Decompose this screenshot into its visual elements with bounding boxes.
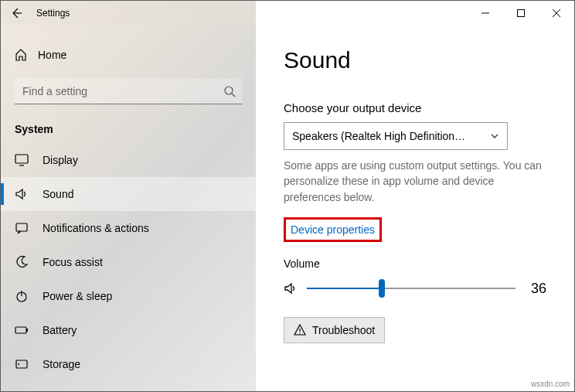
- svg-point-1: [225, 87, 233, 94]
- home-icon: [15, 49, 27, 61]
- sidebar-item-label: Notifications & actions: [43, 222, 149, 234]
- focus-assist-icon: [15, 255, 29, 269]
- close-icon: [553, 9, 560, 17]
- titlebar-left: Settings: [1, 1, 256, 26]
- search-icon: [223, 85, 236, 97]
- svg-rect-2: [15, 155, 28, 163]
- sidebar-item-label: Power & sleep: [43, 290, 112, 302]
- svg-point-8: [18, 363, 19, 365]
- volume-label: Volume: [284, 257, 546, 270]
- troubleshoot-button[interactable]: Troubleshoot: [284, 317, 385, 343]
- app-title: Settings: [36, 8, 70, 19]
- battery-icon: [15, 323, 29, 337]
- page-title: Sound: [284, 47, 546, 73]
- sidebar-item-sound[interactable]: Sound: [1, 177, 256, 211]
- sidebar-item-storage[interactable]: Storage: [1, 347, 256, 381]
- sidebar-item-power-sleep[interactable]: Power & sleep: [1, 279, 256, 313]
- volume-value: 36: [523, 281, 546, 297]
- maximize-button[interactable]: [503, 1, 539, 26]
- sidebar: Home System Display Sound Notifications: [1, 26, 256, 391]
- minimize-icon: [481, 9, 489, 17]
- search-input[interactable]: [15, 78, 242, 104]
- settings-window: Settings Home System Display: [0, 0, 575, 392]
- titlebar: Settings: [1, 1, 574, 26]
- maximize-icon: [517, 9, 525, 17]
- sidebar-home-label: Home: [38, 49, 66, 61]
- main-pane: Sound Choose your output device Speakers…: [256, 26, 574, 391]
- sound-icon: [15, 187, 29, 201]
- power-icon: [15, 289, 29, 303]
- sidebar-nav: Display Sound Notifications & actions Fo…: [1, 143, 256, 391]
- sidebar-item-label: Sound: [43, 188, 73, 200]
- svg-point-9: [299, 332, 300, 333]
- slider-track: [307, 288, 515, 289]
- back-button[interactable]: [1, 1, 32, 26]
- speaker-icon: [284, 281, 299, 296]
- close-button[interactable]: [539, 1, 574, 26]
- output-device-value: Speakers (Realtek High Definition…: [292, 130, 465, 142]
- sidebar-item-notifications[interactable]: Notifications & actions: [1, 211, 256, 245]
- watermark: wsxdn.com: [531, 380, 570, 388]
- svg-rect-3: [16, 223, 27, 231]
- sidebar-item-label: Storage: [43, 358, 80, 370]
- minimize-button[interactable]: [468, 1, 503, 26]
- svg-rect-6: [27, 329, 29, 332]
- sidebar-group-label: System: [1, 118, 256, 143]
- volume-row: 36: [284, 281, 546, 297]
- sidebar-home[interactable]: Home: [1, 39, 256, 70]
- sidebar-item-label: Battery: [43, 324, 77, 336]
- slider-thumb[interactable]: [379, 279, 385, 298]
- storage-icon: [15, 357, 29, 371]
- warning-icon: [294, 324, 306, 336]
- chevron-down-icon: [490, 131, 499, 141]
- svg-rect-5: [15, 327, 26, 333]
- output-device-select[interactable]: Speakers (Realtek High Definition…: [284, 122, 508, 150]
- output-helper-text: Some apps are using custom output settin…: [284, 158, 546, 205]
- search-wrap: [15, 78, 242, 104]
- troubleshoot-label: Troubleshoot: [312, 324, 375, 336]
- sidebar-item-label: Display: [43, 154, 78, 166]
- display-icon: [15, 153, 29, 167]
- device-properties-highlight: Device properties: [284, 217, 382, 242]
- back-arrow-icon: [10, 7, 22, 19]
- output-device-label: Choose your output device: [284, 101, 546, 114]
- sidebar-item-label: Focus assist: [43, 256, 103, 268]
- svg-rect-0: [518, 10, 525, 17]
- window-controls: [256, 1, 574, 26]
- device-properties-link[interactable]: Device properties: [291, 223, 375, 236]
- volume-slider[interactable]: [307, 281, 515, 296]
- notifications-icon: [15, 221, 29, 235]
- slider-fill: [307, 288, 382, 289]
- sidebar-item-focus-assist[interactable]: Focus assist: [1, 245, 256, 279]
- sidebar-item-display[interactable]: Display: [1, 143, 256, 177]
- sidebar-item-battery[interactable]: Battery: [1, 313, 256, 347]
- content-area: Home System Display Sound Notifications: [1, 26, 574, 391]
